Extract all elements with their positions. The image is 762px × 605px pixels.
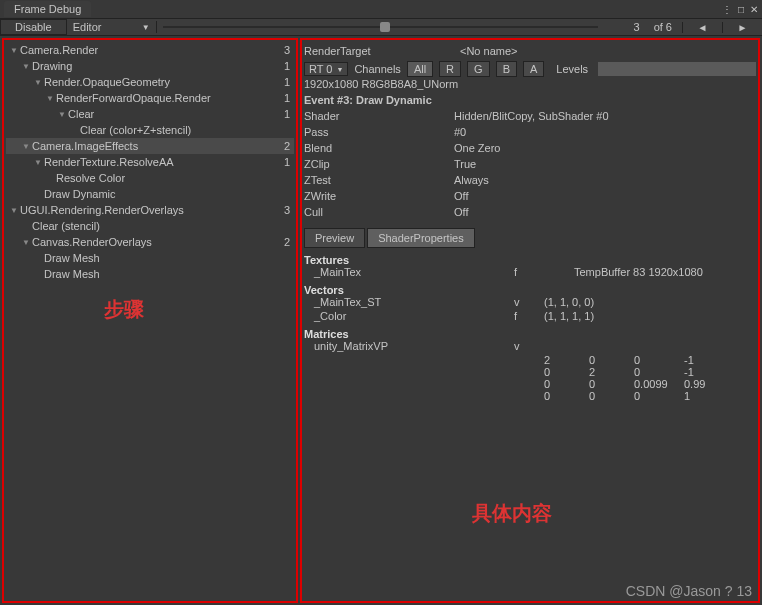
matrix-values: 020-1	[304, 366, 756, 378]
chevron-down-icon: ▼	[142, 23, 150, 32]
matrix-row: unity_MatrixVP v	[304, 340, 756, 354]
channel-b-button[interactable]: B	[496, 61, 517, 77]
tree-row[interactable]: ▼Canvas.RenderOverlays2	[6, 234, 294, 250]
tree-row[interactable]: Draw Dynamic	[6, 186, 294, 202]
close-icon[interactable]: ✕	[750, 4, 758, 15]
annotation-steps: 步骤	[104, 296, 144, 323]
tree-row[interactable]: ▼Camera.ImageEffects2	[6, 138, 294, 154]
channel-a-button[interactable]: A	[523, 61, 544, 77]
vector-row: _MainTex_STv(1, 1, 0, 0)	[304, 296, 756, 310]
title-bar: Frame Debug ⋮ □ ✕	[0, 0, 762, 18]
info-row: ZClipTrue	[304, 158, 756, 174]
rt-dropdown[interactable]: RT 0 ▼	[304, 62, 348, 76]
event-number-field[interactable]	[604, 21, 644, 33]
rendertarget-label: RenderTarget	[304, 45, 454, 57]
channel-all-button[interactable]: All	[407, 61, 433, 77]
mode-label: Editor	[73, 21, 102, 33]
watermark: CSDN @Jason ? 13	[626, 583, 752, 599]
info-row: Pass#0	[304, 126, 756, 142]
levels-slider[interactable]	[598, 62, 756, 76]
tree-row[interactable]: ▼RenderForwardOpaque.Render1	[6, 90, 294, 106]
matrix-values: 200-1	[304, 354, 756, 366]
details-panel: RenderTarget <No name> RT 0 ▼ Channels A…	[300, 38, 760, 603]
tree-row[interactable]: Draw Mesh	[6, 266, 294, 282]
shader-properties-tab[interactable]: ShaderProperties	[367, 228, 475, 248]
tree-row[interactable]: Draw Mesh	[6, 250, 294, 266]
vectors-header: Vectors	[304, 284, 756, 296]
tree-row[interactable]: ▼UGUI.Rendering.RenderOverlays3	[6, 202, 294, 218]
next-button[interactable]: ►	[722, 22, 762, 33]
menu-icon[interactable]: ⋮	[722, 4, 732, 15]
channel-g-button[interactable]: G	[467, 61, 490, 77]
prev-button[interactable]: ◄	[682, 22, 722, 33]
event-tree-panel: ▼Camera.Render3▼Drawing1▼Render.OpaqueGe…	[2, 38, 298, 603]
info-row: BlendOne Zero	[304, 142, 756, 158]
chevron-down-icon: ▼	[336, 66, 343, 73]
matrix-values: 000.00990.99	[304, 378, 756, 390]
vector-row: _Colorf(1, 1, 1, 1)	[304, 310, 756, 324]
annotation-details: 具体内容	[472, 500, 552, 527]
preview-tab[interactable]: Preview	[304, 228, 365, 248]
levels-label: Levels	[556, 63, 588, 75]
matrices-header: Matrices	[304, 328, 756, 340]
mode-dropdown[interactable]: Editor ▼	[67, 21, 157, 33]
disable-button[interactable]: Disable	[0, 19, 67, 35]
info-row: ShaderHidden/BlitCopy, SubShader #0	[304, 110, 756, 126]
info-row: CullOff	[304, 206, 756, 222]
event-title: Event #3: Draw Dynamic	[304, 94, 432, 110]
resolution-format: 1920x1080 R8G8B8A8_UNorm	[304, 78, 458, 94]
tree-row[interactable]: ▼Render.OpaqueGeometry1	[6, 74, 294, 90]
textures-header: Textures	[304, 254, 756, 266]
toolbar: Disable Editor ▼ of 6 ◄ ►	[0, 18, 762, 36]
window-tab[interactable]: Frame Debug	[4, 1, 91, 17]
maximize-icon[interactable]: □	[738, 4, 744, 15]
tree-row[interactable]: Clear (color+Z+stencil)	[6, 122, 294, 138]
total-label: of 6	[644, 21, 682, 33]
event-slider[interactable]	[157, 19, 604, 35]
matrix-values: 0001	[304, 390, 756, 402]
channel-r-button[interactable]: R	[439, 61, 461, 77]
tree-row[interactable]: ▼RenderTexture.ResolveAA1	[6, 154, 294, 170]
tree-row[interactable]: Resolve Color	[6, 170, 294, 186]
tree-row[interactable]: ▼Clear1	[6, 106, 294, 122]
tree-row[interactable]: Clear (stencil)	[6, 218, 294, 234]
tree-row[interactable]: ▼Drawing1	[6, 58, 294, 74]
texture-row: _MainTex f TempBuffer 83 1920x1080	[304, 266, 756, 280]
channels-label: Channels	[354, 63, 400, 75]
tree-row[interactable]: ▼Camera.Render3	[6, 42, 294, 58]
rendertarget-name: <No name>	[460, 45, 517, 57]
slider-thumb[interactable]	[380, 22, 390, 32]
info-row: ZTestAlways	[304, 174, 756, 190]
info-row: ZWriteOff	[304, 190, 756, 206]
